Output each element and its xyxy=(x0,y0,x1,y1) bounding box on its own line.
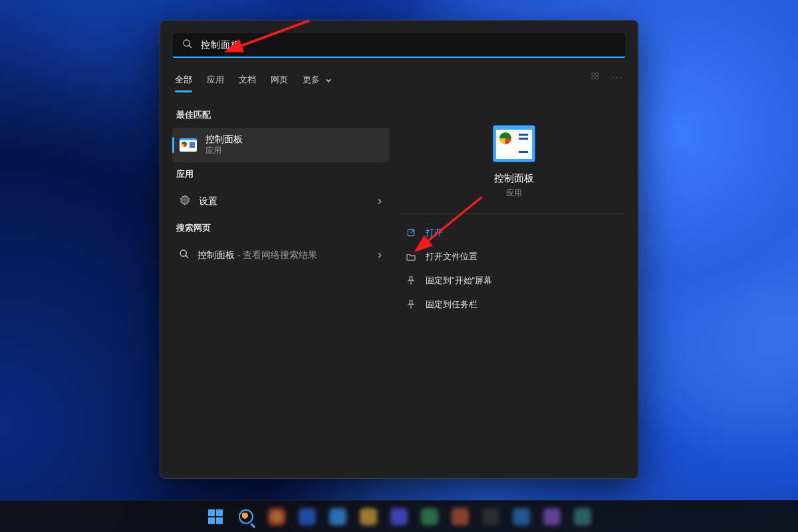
search-scope-tabs: 全部 应用 文档 网页 更多 ··· xyxy=(160,63,638,92)
start-button[interactable] xyxy=(202,503,229,530)
section-apps: 应用 xyxy=(172,162,390,187)
pin-icon xyxy=(406,275,416,286)
preview-subtitle: 应用 xyxy=(402,188,626,199)
chevron-right-icon xyxy=(376,249,383,261)
chevron-down-icon xyxy=(325,77,332,84)
taskbar-app[interactable] xyxy=(447,503,473,530)
start-search-panel: 控制面板 全部 应用 文档 网页 更多 ··· 最佳匹配 控制面板 应用 xyxy=(160,20,638,479)
results-column: 最佳匹配 控制面板 应用 应用 设置 搜索网页 xyxy=(160,99,390,478)
control-panel-icon xyxy=(493,126,535,162)
taskbar-app[interactable] xyxy=(386,503,412,530)
taskbar-app[interactable] xyxy=(508,503,535,530)
taskbar-app[interactable] xyxy=(263,503,290,530)
svg-point-7 xyxy=(180,250,186,256)
chevron-right-icon xyxy=(376,196,383,207)
open-icon xyxy=(406,227,416,238)
folder-icon xyxy=(406,251,416,262)
tab-more[interactable]: 更多 xyxy=(303,70,332,92)
tab-all[interactable]: 全部 xyxy=(175,70,192,92)
section-best-match: 最佳匹配 xyxy=(172,103,390,128)
result-label: 设置 xyxy=(199,196,217,207)
result-title: 控制面板 xyxy=(205,134,243,146)
section-search-web: 搜索网页 xyxy=(172,216,390,241)
preview-title: 控制面板 xyxy=(402,172,626,185)
tab-web[interactable]: 网页 xyxy=(271,70,288,92)
svg-line-8 xyxy=(186,255,188,258)
search-icon xyxy=(182,39,193,52)
svg-line-1 xyxy=(189,45,192,48)
taskbar-search-button[interactable] xyxy=(233,503,259,530)
action-open-file-location[interactable]: 打开文件位置 xyxy=(402,245,626,269)
gear-icon xyxy=(179,194,191,209)
taskbar-app[interactable] xyxy=(416,503,443,530)
divider xyxy=(402,213,626,214)
action-pin-to-taskbar[interactable]: 固定到任务栏 xyxy=(402,293,626,317)
taskbar-app[interactable] xyxy=(569,503,596,530)
result-web-search[interactable]: 控制面板 - 查看网络搜索结果 xyxy=(172,241,390,270)
search-icon xyxy=(239,509,253,524)
svg-line-10 xyxy=(410,229,414,233)
taskbar xyxy=(0,500,798,532)
taskbar-app[interactable] xyxy=(294,503,321,530)
pin-icon xyxy=(406,299,416,310)
action-pin-to-start[interactable]: 固定到"开始"屏幕 xyxy=(402,269,626,293)
tab-documents[interactable]: 文档 xyxy=(239,70,256,92)
action-open[interactable]: 打开 xyxy=(402,221,626,245)
svg-rect-2 xyxy=(592,72,595,75)
result-control-panel[interactable]: 控制面板 应用 xyxy=(172,128,390,162)
svg-point-0 xyxy=(184,40,190,46)
control-panel-icon xyxy=(179,136,198,154)
search-input[interactable]: 控制面板 xyxy=(172,33,626,58)
taskbar-app[interactable] xyxy=(325,503,351,530)
taskbar-app[interactable] xyxy=(477,503,504,530)
tab-apps[interactable]: 应用 xyxy=(207,70,224,92)
result-subtitle: 应用 xyxy=(205,146,243,155)
taskbar-app[interactable] xyxy=(539,503,565,530)
feedback-icon[interactable] xyxy=(591,71,600,82)
svg-rect-4 xyxy=(592,76,595,79)
result-settings[interactable]: 设置 xyxy=(172,187,390,216)
result-label: 控制面板 - 查看网络搜索结果 xyxy=(198,249,317,261)
more-options-icon[interactable]: ··· xyxy=(612,72,623,82)
search-icon xyxy=(179,249,190,262)
preview-column: 控制面板 应用 打开 打开文件位置 固定到"开始"屏幕 固定到任务栏 xyxy=(390,99,638,478)
svg-rect-3 xyxy=(596,72,598,75)
windows-logo-icon xyxy=(208,509,223,524)
svg-rect-5 xyxy=(596,76,598,79)
taskbar-app[interactable] xyxy=(355,503,382,530)
search-query-text: 控制面板 xyxy=(201,39,241,51)
